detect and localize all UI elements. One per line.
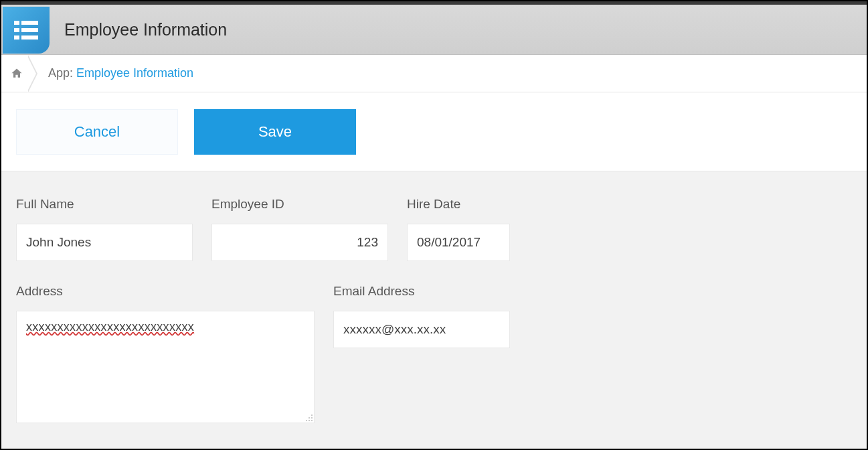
breadcrumb-separator-icon [28,55,41,92]
field-full-name: Full Name [16,197,193,261]
address-input[interactable] [16,311,315,423]
svg-point-9 [306,420,307,421]
app-frame: Employee Information App: Employee Infor… [0,0,868,450]
svg-rect-3 [21,28,38,32]
full-name-label: Full Name [16,197,193,212]
svg-point-11 [311,420,313,421]
action-bar: Cancel Save [1,92,867,171]
hire-date-input[interactable] [407,224,510,261]
app-header: Employee Information [1,5,867,55]
field-address: Address xxxxxxxxxxxxxxxxxxxxxxxxxxx [16,284,315,423]
employee-id-input[interactable] [211,224,388,261]
home-icon[interactable] [9,66,24,81]
field-employee-id: Employee ID [211,197,388,261]
form-row-1: Full Name Employee ID Hire Date [16,197,852,261]
resize-handle-icon[interactable] [304,412,313,422]
address-label: Address [16,284,315,299]
breadcrumb: App: Employee Information [1,55,867,92]
email-input[interactable] [333,311,510,348]
svg-point-10 [309,420,310,421]
employee-id-label: Employee ID [211,197,388,212]
breadcrumb-link[interactable]: Employee Information [76,66,193,80]
form-area: Full Name Employee ID Hire Date Address … [1,171,867,449]
cancel-button[interactable]: Cancel [16,109,178,155]
full-name-input[interactable] [16,224,193,261]
svg-point-6 [311,415,313,416]
page-title: Employee Information [64,20,227,40]
address-input-wrap: xxxxxxxxxxxxxxxxxxxxxxxxxxx [16,311,315,423]
hire-date-label: Hire Date [407,197,510,212]
app-icon[interactable] [3,7,50,54]
list-icon [11,15,41,45]
svg-rect-0 [14,21,19,25]
svg-rect-5 [21,35,38,40]
email-label: Email Address [333,284,510,299]
field-hire-date: Hire Date [407,197,510,261]
svg-rect-4 [14,35,19,40]
svg-point-8 [311,417,313,419]
field-email: Email Address [333,284,510,423]
svg-point-7 [309,417,310,419]
svg-rect-2 [14,28,19,32]
svg-rect-1 [21,21,38,25]
breadcrumb-text: App: Employee Information [48,66,193,80]
breadcrumb-prefix: App: [48,66,76,80]
save-button[interactable]: Save [194,109,356,155]
form-row-2: Address xxxxxxxxxxxxxxxxxxxxxxxxxxx [16,284,852,423]
